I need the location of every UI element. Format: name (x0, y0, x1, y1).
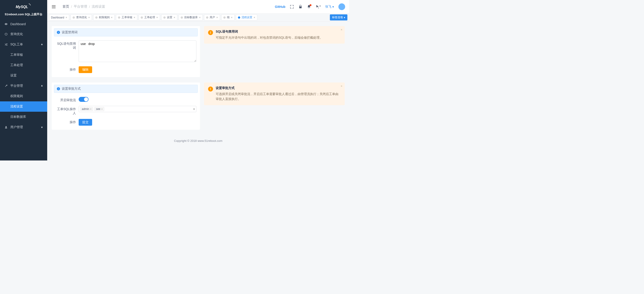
sidebar-group-platform-manage: 平台管理 ▾ 权限规则 流程设置 目标数据库 (0, 81, 47, 122)
approval-card: i 设置审批方式 开启审批流 工单SQL操作人 admin× (52, 82, 200, 130)
menu-toggle-icon[interactable] (51, 4, 56, 9)
breadcrumb-item[interactable]: 平台管理 (74, 4, 87, 9)
info-icon: i (57, 87, 60, 90)
sidebar-item-order-review[interactable]: 工单审核 (0, 50, 47, 60)
breadcrumb: 首页 / 平台管理 / 流程设置 (62, 4, 105, 9)
tab-dashboard[interactable]: Dashboard× (49, 14, 69, 20)
approval-banner: i 设置审批方式 (54, 85, 198, 93)
forbidden-field-label: SQL语句禁用词 (55, 40, 79, 63)
close-icon[interactable]: × (88, 16, 90, 19)
user-menu[interactable]: 张飞▾ (325, 5, 334, 9)
tip-title: 设置审批方式 (216, 86, 341, 90)
close-icon[interactable]: × (174, 16, 175, 19)
close-icon[interactable]: × (216, 16, 218, 19)
forbidden-edit-button[interactable]: 编辑 (79, 66, 92, 73)
sidebar-item-dashboard[interactable]: Dashboard (0, 19, 47, 29)
header: 首页 / 平台管理 / 流程设置 GitHub ▾ 张飞▾ (47, 0, 349, 14)
sidebar-title: 51reboot.com SQL上线平台 (0, 12, 47, 19)
approval-switch[interactable] (79, 97, 88, 102)
tab-label: Dashboard (51, 16, 64, 19)
tab-dot-icon (118, 16, 120, 19)
warning-icon: ! (208, 30, 213, 35)
sidebar-item-target-db[interactable]: 目标数据库 (0, 112, 47, 122)
bell-icon[interactable] (307, 5, 311, 9)
tab-label: 工单审核 (122, 16, 132, 19)
svg-text:MySQL: MySQL (16, 5, 28, 9)
close-icon[interactable]: × (341, 28, 342, 32)
chevron-down-icon: ▾ (41, 126, 43, 129)
tab-label: 设置 (167, 16, 172, 19)
sidebar-item-process-settings[interactable]: 流程设置 (0, 101, 47, 112)
tab-dot-icon (238, 16, 240, 19)
sidebar-group-user-manage: 用户管理 ▾ (0, 122, 47, 132)
tab-dot-icon (206, 16, 208, 19)
tab-order-review[interactable]: 工单审核× (116, 14, 137, 20)
sidebar-item-order-process[interactable]: 工单处理 (0, 60, 47, 70)
sidebar-item-permission-rules[interactable]: 权限规则 (0, 91, 47, 101)
approval-submit-button[interactable]: 提交 (79, 119, 92, 126)
paint-icon[interactable]: ▾ (316, 5, 321, 9)
sidebar-item-label: Dashboard (10, 22, 43, 26)
sidebar-item-label: 用户管理 (10, 125, 41, 129)
row-approval: i 设置审批方式 开启审批流 工单SQL操作人 admin× (52, 82, 345, 130)
tab-groups[interactable]: 组× (221, 14, 234, 20)
tab-dot-icon (72, 16, 75, 19)
row-forbidden: i 设置禁用词 SQL语句禁用词 操作 编辑 (52, 26, 345, 77)
tip-desc: 可选择开启或关闭审批流，开启后工单需要审批人通过后，由管理员执行；关闭后工单由审… (216, 92, 341, 102)
sidebar: MySQL 51reboot.com SQL上线平台 Dashboard 查询优… (0, 0, 47, 160)
sidebar-group-head-user-manage[interactable]: 用户管理 ▾ (0, 122, 47, 132)
tab-dot-icon (141, 16, 143, 19)
tab-order-process[interactable]: 工单处理× (139, 14, 160, 20)
close-icon[interactable]: × (66, 16, 67, 19)
close-icon[interactable]: × (156, 16, 158, 19)
sidebar-item-label: 工单审核 (10, 53, 43, 57)
user-name-label: 张飞 (325, 5, 332, 9)
caret-down-icon: ▾ (344, 16, 345, 19)
tab-process-settings[interactable]: 流程设置× (236, 14, 257, 20)
sidebar-item-label: 设置 (10, 74, 43, 78)
lock-icon[interactable] (298, 5, 302, 9)
remove-tag-icon[interactable]: × (101, 108, 102, 110)
tab-settings[interactable]: 设置× (161, 14, 177, 20)
tabs-list: Dashboard× 查询优化× 权限规则× 工单审核× 工单处理× 设置× 目… (49, 14, 328, 20)
sidebar-group-head-platform-manage[interactable]: 平台管理 ▾ (0, 81, 47, 91)
sidebar-group-head-sql-order[interactable]: SQL工单 ▾ (0, 39, 47, 50)
forbidden-card: i 设置禁用词 SQL语句禁用词 操作 编辑 (52, 26, 200, 77)
close-icon[interactable]: × (134, 16, 135, 19)
avatar[interactable] (338, 3, 345, 10)
close-icon[interactable]: × (254, 16, 255, 19)
sidebar-item-query-optimize[interactable]: 查询优化 (0, 29, 47, 39)
close-icon[interactable]: × (111, 16, 112, 19)
shuffle-icon (4, 43, 8, 46)
main: 首页 / 平台管理 / 流程设置 GitHub ▾ 张飞▾ (47, 0, 349, 160)
breadcrumb-item[interactable]: 首页 (62, 4, 69, 9)
close-icon[interactable]: × (341, 84, 342, 88)
user-icon (4, 126, 8, 129)
tab-dot-icon (163, 16, 166, 19)
tab-dot-icon (181, 16, 183, 19)
tab-label: 用户 (210, 16, 215, 19)
tabs-options-button[interactable]: 标签选项▾ (330, 14, 348, 20)
banner-text: 设置审批方式 (62, 87, 81, 91)
sidebar-item-settings[interactable]: 设置 (0, 70, 47, 81)
forbidden-action-label: 操作 (55, 66, 79, 73)
tab-label: 工单处理 (144, 16, 155, 19)
content: i 设置禁用词 SQL语句禁用词 操作 编辑 (47, 22, 349, 160)
sidebar-item-label: SQL工单 (10, 42, 41, 46)
tab-label: 目标数据库 (184, 16, 198, 19)
mysql-logo-icon: MySQL (16, 3, 32, 10)
forbidden-words-textarea[interactable] (79, 40, 196, 62)
tab-query-optimize[interactable]: 查询优化× (70, 14, 92, 20)
sidebar-item-label: 权限规则 (10, 94, 43, 98)
tab-users[interactable]: 用户× (204, 14, 220, 20)
close-icon[interactable]: × (231, 16, 232, 19)
tab-permission-rules[interactable]: 权限规则× (93, 14, 114, 20)
tab-target-db[interactable]: 目标数据库× (179, 14, 203, 20)
remove-tag-icon[interactable]: × (90, 108, 92, 110)
banner-text: 设置禁用词 (62, 30, 78, 34)
forbidden-banner: i 设置禁用词 (54, 28, 198, 36)
github-link[interactable]: GitHub (275, 5, 285, 8)
operators-select[interactable]: admin× see× ▾ (79, 106, 196, 112)
close-icon[interactable]: × (199, 16, 201, 19)
fullscreen-icon[interactable] (290, 5, 294, 9)
